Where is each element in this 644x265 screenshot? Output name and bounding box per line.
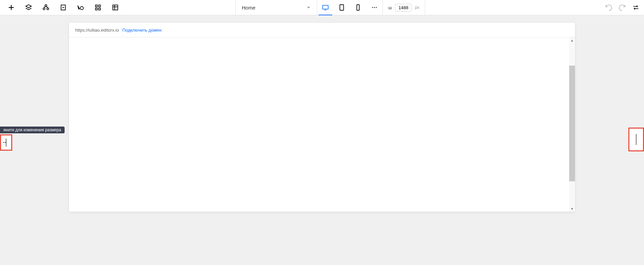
width-input[interactable] — [395, 4, 411, 12]
more-viewport-button[interactable] — [366, 0, 383, 15]
layers-icon[interactable] — [24, 3, 33, 12]
toolbar-right-group — [604, 3, 641, 12]
svg-rect-15 — [99, 8, 101, 10]
svg-point-23 — [372, 7, 373, 8]
swap-button[interactable] — [631, 3, 641, 12]
connect-domain-link[interactable]: Подключить домен — [122, 28, 162, 33]
resize-bar-icon — [6, 138, 6, 147]
width-label: ш — [388, 5, 392, 10]
apps-icon[interactable] — [94, 3, 102, 12]
page-name: Home — [242, 5, 255, 11]
resize-bar-icon — [636, 134, 637, 145]
svg-rect-21 — [340, 5, 344, 11]
svg-rect-19 — [323, 5, 328, 9]
page-selector[interactable]: Home — [235, 0, 317, 15]
width-controls: ш px — [383, 0, 425, 15]
svg-rect-14 — [96, 8, 98, 10]
masters-icon[interactable] — [41, 3, 50, 12]
theme-icon[interactable] — [76, 3, 85, 12]
resize-handle-right[interactable] — [628, 128, 644, 151]
mobile-viewport-button[interactable] — [350, 0, 366, 15]
canvas-content[interactable] — [69, 37, 575, 212]
add-icon[interactable] — [7, 3, 16, 12]
svg-line-7 — [47, 6, 48, 8]
top-toolbar: Home ш px — [0, 0, 644, 15]
url-bar: https://iuliiao.editorx.io Подключить до… — [69, 23, 575, 37]
resize-handle-left[interactable] — [0, 134, 12, 151]
svg-rect-12 — [96, 5, 98, 7]
undo-button[interactable] — [604, 3, 613, 12]
svg-point-5 — [47, 8, 49, 10]
svg-point-24 — [374, 7, 375, 8]
scroll-down-arrow[interactable]: ▼ — [569, 206, 575, 212]
svg-point-4 — [43, 8, 45, 10]
scroll-up-arrow[interactable]: ▲ — [569, 37, 575, 43]
scroll-thumb[interactable] — [569, 66, 575, 181]
scroll-track[interactable] — [569, 43, 575, 206]
svg-marker-2 — [26, 5, 32, 8]
svg-point-11 — [80, 6, 83, 10]
site-url: https://iuliiao.editorx.io — [75, 28, 119, 33]
chevron-down-icon — [306, 5, 311, 11]
canvas-area: https://iuliiao.editorx.io Подключить до… — [0, 15, 644, 265]
viewport-controls — [317, 0, 383, 15]
vertical-scrollbar[interactable]: ▲ ▼ — [569, 37, 575, 212]
redo-button[interactable] — [617, 3, 627, 12]
svg-line-6 — [44, 6, 45, 8]
page-icon[interactable] — [59, 3, 68, 12]
toolbar-left-group — [3, 3, 120, 12]
width-unit: px — [415, 5, 419, 10]
svg-rect-13 — [99, 5, 101, 7]
cms-icon[interactable] — [111, 3, 120, 12]
svg-rect-22 — [357, 5, 359, 11]
desktop-viewport-button[interactable] — [317, 0, 334, 15]
tablet-viewport-button[interactable] — [334, 0, 350, 15]
resize-tooltip: яните для изменения размера — [0, 127, 65, 133]
svg-rect-16 — [113, 5, 118, 10]
svg-point-25 — [376, 7, 377, 8]
canvas-frame: https://iuliiao.editorx.io Подключить до… — [69, 23, 575, 212]
